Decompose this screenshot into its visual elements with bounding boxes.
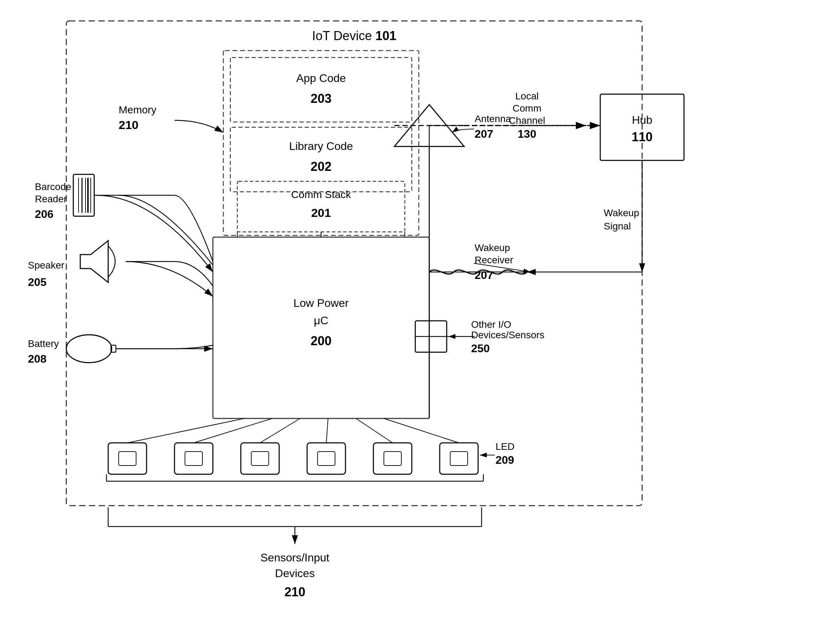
- battery-num: 208: [28, 352, 47, 365]
- low-power-uc-box: [213, 237, 429, 418]
- led-5-inner: [384, 451, 401, 465]
- led-4: [307, 443, 345, 474]
- hub-num: 110: [632, 130, 653, 144]
- led-num: 209: [496, 454, 514, 466]
- barcode-arrow: [96, 195, 213, 272]
- antenna-label-arrow: [452, 129, 474, 132]
- app-code-box: [230, 57, 412, 122]
- fan-line-3: [260, 418, 300, 443]
- fan-line-4: [326, 418, 328, 443]
- comm-stack-label: Comm Stack: [291, 189, 351, 200]
- led-3-inner: [251, 451, 269, 465]
- local-comm-label2: Comm: [513, 103, 541, 114]
- led-1-inner: [119, 451, 136, 465]
- wakeup-signal-label1: Wakeup: [604, 208, 639, 218]
- fan-line-6: [384, 418, 459, 443]
- led-4-inner: [318, 451, 335, 465]
- wakeup-receiver-label1: Wakeup: [475, 242, 510, 253]
- led-5: [373, 443, 412, 474]
- diagram: IoT Device 101 App Code 203 Library Code…: [0, 0, 840, 620]
- fan-line-5: [356, 418, 393, 443]
- wakeup-receiver-label2: Receiver: [475, 254, 513, 265]
- iot-device-border: [66, 21, 642, 506]
- battery-icon: [66, 335, 112, 363]
- other-io-label1: Other I/O: [471, 319, 511, 330]
- led-2: [175, 443, 213, 474]
- other-io-label2: Devices/Sensors: [471, 330, 544, 340]
- wakeup-receiver-num: 207: [475, 269, 493, 281]
- local-comm-label3: Channel: [509, 115, 545, 126]
- memory-num: 210: [119, 118, 139, 131]
- sensors-label1: Sensors/Input: [260, 551, 329, 564]
- speaker-arrow: [126, 262, 213, 296]
- local-comm-label1: Local: [516, 91, 539, 101]
- led-3: [241, 443, 279, 474]
- wakeup-signal-label2: Signal: [604, 221, 631, 232]
- led-1: [108, 443, 146, 474]
- other-io-num: 250: [471, 342, 490, 355]
- led-label: LED: [496, 441, 514, 452]
- led-6-inner: [450, 451, 468, 465]
- memory-label: Memory: [119, 104, 156, 116]
- antenna-label: Antenna: [475, 113, 511, 124]
- sensors-num: 210: [284, 585, 305, 599]
- library-code-num: 202: [311, 160, 332, 174]
- led-6: [440, 443, 478, 474]
- speaker-cone: [108, 246, 115, 277]
- memory-arrow: [175, 120, 223, 132]
- comm-stack-num: 201: [311, 206, 331, 219]
- led-2-inner: [185, 451, 202, 465]
- antenna-num: 207: [475, 128, 493, 140]
- app-code-num: 203: [311, 91, 332, 106]
- barcode-reader-label2: Reader: [35, 194, 67, 204]
- low-power-uc-label1: Low Power: [294, 297, 349, 309]
- app-code-label: App Code: [296, 72, 346, 84]
- fan-line-1: [127, 418, 244, 443]
- speaker-num: 205: [28, 276, 47, 288]
- barcode-reader-label: Barcode: [35, 181, 71, 192]
- bat-curve: [175, 345, 213, 349]
- low-power-uc-label2: μC: [314, 314, 329, 327]
- speaker-label: Speaker: [28, 260, 64, 271]
- fan-line-2: [194, 418, 272, 443]
- low-power-uc-num: 200: [311, 334, 332, 348]
- hub-label: Hub: [632, 114, 653, 126]
- speaker-icon: [80, 241, 108, 283]
- local-comm-num: 130: [517, 128, 536, 140]
- barcode-reader-num: 206: [35, 208, 53, 220]
- library-code-label: Library Code: [289, 140, 353, 152]
- battery-label: Battery: [28, 338, 59, 349]
- sensors-label2: Devices: [275, 567, 315, 579]
- iot-device-label: IoT Device 101: [312, 29, 396, 43]
